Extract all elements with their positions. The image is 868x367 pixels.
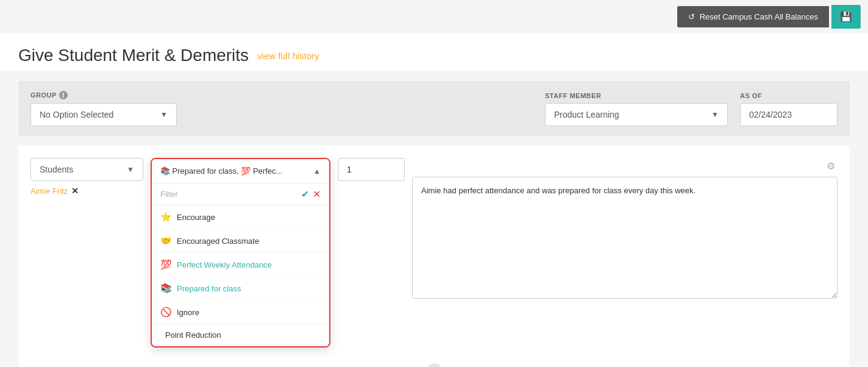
group-filter: GROUP i No Option Selected ▼ <box>30 91 177 126</box>
notes-textarea[interactable]: Aimie had perfect attendance and was pre… <box>412 177 838 299</box>
top-bar: ↺ Reset Campus Cash All Balances 💾 <box>0 0 868 34</box>
merit-selected-value: 📚 Prepared for class, 💯 Perfec... <box>160 166 282 176</box>
filter-panel: GROUP i No Option Selected ▼ STAFF MEMBE… <box>18 81 850 136</box>
asof-label: AS OF <box>740 92 838 99</box>
group-label: GROUP i <box>30 91 177 99</box>
merit-label: Ignore <box>177 308 199 317</box>
save-icon-button[interactable]: 💾 <box>831 5 861 29</box>
student-tag: Aimie Fritz ✕ <box>30 186 143 196</box>
main-content: Students ▼ Aimie Fritz ✕ 📚 Prepared for … <box>18 146 850 367</box>
students-select[interactable]: Students ▼ <box>30 158 143 181</box>
students-chevron-icon: ▼ <box>127 165 134 174</box>
remove-student-button[interactable]: ✕ <box>71 186 79 196</box>
student-name[interactable]: Aimie Fritz <box>30 187 68 196</box>
page-title: Give Student Merit & Demerits <box>18 46 249 65</box>
staff-chevron-icon: ▼ <box>711 110 719 119</box>
staff-filter: STAFF MEMBER Product Learning ▼ <box>545 92 728 126</box>
reset-icon: ↺ <box>688 12 695 21</box>
students-label: Students <box>40 165 73 174</box>
list-item[interactable]: 📚Prepared for class <box>152 277 329 301</box>
page-title-container: Give Student Merit & Demerits view full … <box>18 46 850 65</box>
merit-label: Perfect Weekly Attendance <box>177 260 272 269</box>
group-info-icon: i <box>59 91 68 99</box>
list-item[interactable]: 🤝Encouraged Classmate <box>152 229 329 253</box>
students-column: Students ▼ Aimie Fritz ✕ <box>30 158 143 196</box>
staff-select[interactable]: Product Learning ▼ <box>545 103 728 126</box>
asof-filter: AS OF 02/24/2023 <box>740 92 838 126</box>
group-select[interactable]: No Option Selected ▼ <box>30 103 177 126</box>
reset-label: Reset Campus Cash All Balances <box>700 12 818 21</box>
merit-emoji: 💯 <box>160 259 172 270</box>
filter-check-icon[interactable]: ✔ <box>301 188 309 200</box>
filter-x-icon[interactable]: ✕ <box>313 188 321 200</box>
save-icon: 💾 <box>840 12 852 22</box>
group-chevron-icon: ▼ <box>160 110 168 119</box>
merit-emoji: 🤝 <box>160 235 172 246</box>
merit-selected-text: 📚 Prepared for class, 💯 Perfec... <box>160 166 282 176</box>
filter-input-row: Filter ✔ ✕ <box>152 184 329 205</box>
view-history-link[interactable]: view full history <box>257 51 319 61</box>
svg-point-2 <box>427 363 441 367</box>
list-item[interactable]: 💯Perfect Weekly Attendance <box>152 253 329 277</box>
notes-area: ⚙ Aimie had perfect attendance and was p… <box>412 158 838 301</box>
asof-input[interactable]: 02/24/2023 <box>740 103 838 126</box>
merit-label: Point Reduction <box>165 330 221 340</box>
merit-emoji: 🚫 <box>160 307 172 318</box>
merit-label: Prepared for class <box>177 284 241 293</box>
point-input[interactable] <box>338 158 405 181</box>
merit-list: ⭐Encourage🤝Encouraged Classmate💯Perfect … <box>152 205 329 346</box>
merit-dropdown-container: 📚 Prepared for class, 💯 Perfec... ▲ Filt… <box>151 158 330 347</box>
gear-button[interactable]: ⚙ <box>824 158 838 174</box>
merit-label: Encourage <box>177 213 215 222</box>
content-row: Students ▼ Aimie Fritz ✕ 📚 Prepared for … <box>30 158 838 347</box>
filter-row: GROUP i No Option Selected ▼ STAFF MEMBE… <box>30 91 838 126</box>
merit-emoji: ⭐ <box>160 212 172 223</box>
list-item[interactable]: Point Reduction <box>152 324 329 346</box>
page-header: Give Student Merit & Demerits view full … <box>0 34 868 71</box>
group-value: No Option Selected <box>40 110 113 119</box>
list-item[interactable]: ⭐Encourage <box>152 205 329 229</box>
asof-value: 02/24/2023 <box>749 110 792 119</box>
filter-placeholder: Filter <box>160 190 297 199</box>
staff-label: STAFF MEMBER <box>545 92 728 99</box>
merit-dropdown: 📚 Prepared for class, 💯 Perfec... ▲ Filt… <box>151 158 330 347</box>
merit-emoji: 📚 <box>160 283 172 294</box>
staff-value: Product Learning <box>554 110 619 119</box>
bottom-silhouette <box>30 347 838 367</box>
merit-collapse-icon: ▲ <box>313 167 321 176</box>
list-item[interactable]: 🚫Ignore <box>152 301 329 324</box>
merit-selected-row[interactable]: 📚 Prepared for class, 💯 Perfec... ▲ <box>152 159 329 184</box>
merit-label: Encouraged Classmate <box>177 237 259 246</box>
reset-button[interactable]: ↺ Reset Campus Cash All Balances <box>677 6 829 27</box>
